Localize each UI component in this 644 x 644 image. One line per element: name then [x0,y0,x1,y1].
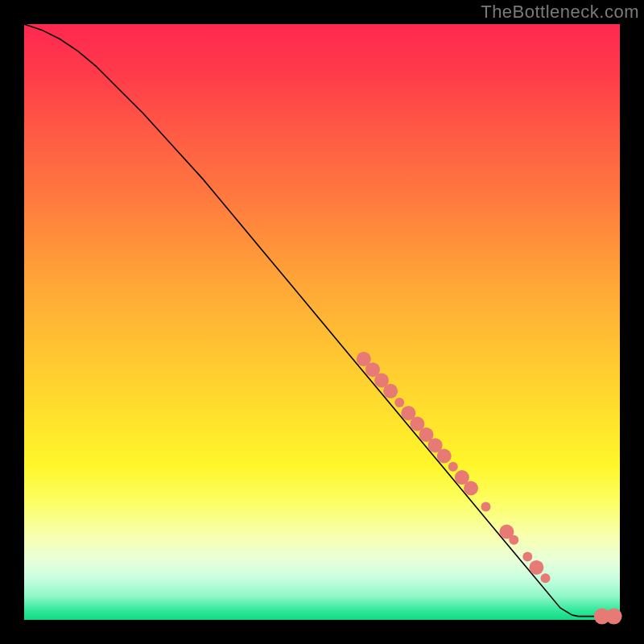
data-point [522,552,532,562]
data-point [509,535,518,545]
series-curve [24,24,578,617]
data-point [394,398,404,407]
data-point [464,481,478,496]
data-point [541,573,551,583]
plot-area [24,24,620,620]
chart-frame: TheBottleneck.com [0,0,644,644]
data-point [481,502,491,511]
data-points [357,352,622,625]
plot-svg [24,24,620,620]
data-point [529,560,543,575]
watermark-label: TheBottleneck.com [481,2,639,23]
data-point [606,609,622,625]
data-point [448,462,458,472]
data-point [383,384,398,398]
data-point [437,449,452,464]
